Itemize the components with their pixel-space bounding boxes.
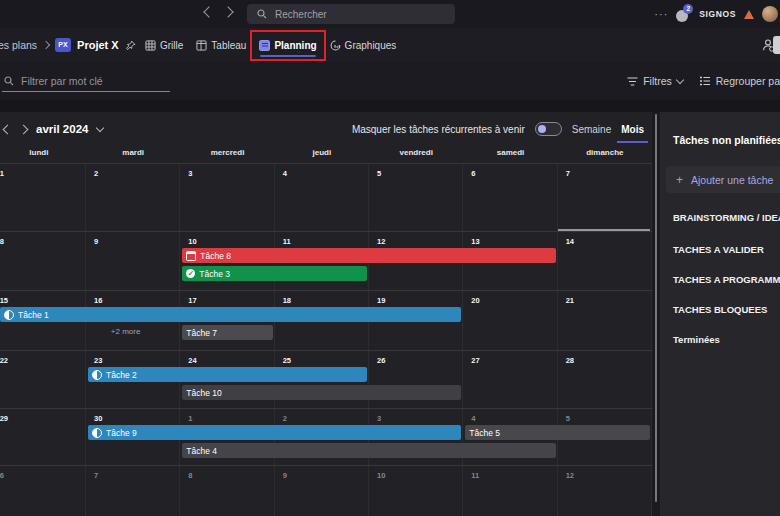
day-cell[interactable]: 7 bbox=[86, 466, 180, 516]
cut-off-button[interactable] bbox=[773, 36, 780, 54]
view-week-button[interactable]: Semaine bbox=[572, 124, 611, 135]
task-bar[interactable]: Tâche 10 bbox=[182, 385, 461, 400]
day-cell[interactable]: 6 bbox=[463, 164, 557, 231]
chart-icon bbox=[330, 40, 341, 51]
project-title: Projet X bbox=[77, 39, 119, 51]
group-by-button[interactable]: Regrouper pa bbox=[699, 75, 780, 87]
day-number: 8 bbox=[188, 471, 192, 480]
day-cell[interactable]: 9 bbox=[86, 232, 180, 290]
org-name: SIGNOS bbox=[699, 9, 736, 19]
weekday-header: jeudi bbox=[275, 148, 369, 157]
next-month-button[interactable] bbox=[19, 124, 29, 134]
month-dropdown-icon[interactable] bbox=[96, 124, 104, 132]
weekday-header: vendredi bbox=[369, 148, 463, 157]
day-cell[interactable]: 6 bbox=[0, 466, 86, 516]
day-number: 3 bbox=[188, 169, 192, 178]
day-cell[interactable]: 28 bbox=[558, 351, 652, 408]
day-number: 15 bbox=[0, 296, 8, 305]
day-cell[interactable]: 8 bbox=[180, 466, 274, 516]
day-number: 4 bbox=[471, 414, 475, 423]
calendar-panel: avril 2024 Masquer les tâches récurrente… bbox=[0, 100, 652, 516]
day-number: 30 bbox=[94, 414, 102, 423]
tab-grille[interactable]: Grille bbox=[145, 40, 183, 51]
title-bar: ··· 2 SIGNOS bbox=[0, 0, 780, 28]
keyword-filter-input[interactable] bbox=[19, 74, 163, 88]
day-cell[interactable]: 2 bbox=[86, 164, 180, 231]
vertical-scrollbar[interactable] bbox=[655, 114, 657, 502]
task-bar[interactable]: Tâche 2 bbox=[88, 367, 367, 382]
warning-icon[interactable] bbox=[744, 10, 754, 19]
day-number: 12 bbox=[377, 237, 385, 246]
day-number: 10 bbox=[377, 471, 385, 480]
more-options-button[interactable]: ··· bbox=[654, 0, 668, 28]
pin-icon[interactable] bbox=[125, 40, 136, 51]
keyword-filter[interactable] bbox=[2, 71, 170, 92]
day-cell[interactable]: 11 bbox=[463, 466, 557, 516]
task-bar[interactable]: Tâche 8 bbox=[182, 248, 555, 263]
user-avatar[interactable] bbox=[762, 6, 778, 22]
day-number: 10 bbox=[188, 237, 196, 246]
day-number: 27 bbox=[471, 356, 479, 365]
bucket-header[interactable]: TACHES BLOQUEES bbox=[673, 304, 767, 315]
weekday-header: lundi bbox=[0, 148, 86, 157]
notifications-icon[interactable]: 2 bbox=[676, 7, 691, 22]
nav-back-icon[interactable] bbox=[203, 6, 214, 17]
day-cell[interactable]: 9 bbox=[275, 466, 369, 516]
filters-button[interactable]: Filtres bbox=[627, 75, 683, 87]
day-cell[interactable]: 20 bbox=[463, 291, 557, 350]
day-cell[interactable]: 22 bbox=[0, 351, 86, 408]
day-number: 28 bbox=[566, 356, 574, 365]
task-label: Tâche 4 bbox=[186, 446, 217, 456]
view-month-button[interactable]: Mois bbox=[621, 124, 644, 135]
previous-month-button[interactable] bbox=[3, 124, 13, 134]
day-cell[interactable]: 10 bbox=[369, 466, 463, 516]
day-cell[interactable]: 8 bbox=[0, 232, 86, 290]
day-number: 26 bbox=[377, 356, 385, 365]
breadcrumb-plans-link[interactable]: es plans bbox=[0, 39, 37, 51]
tab-planning[interactable]: Planning bbox=[259, 40, 316, 51]
task-bar[interactable]: Tâche 9 bbox=[88, 425, 461, 440]
day-cell[interactable]: 3 bbox=[180, 164, 274, 231]
more-tasks-link[interactable]: +2 more bbox=[92, 327, 140, 336]
planning-view: avril 2024 Masquer les tâches récurrente… bbox=[0, 100, 780, 516]
task-bar[interactable]: Tâche 5 bbox=[465, 425, 650, 440]
month-label[interactable]: avril 2024 bbox=[36, 123, 88, 135]
bucket-header[interactable]: BRAINSTORMING / IDEATI bbox=[673, 212, 780, 223]
day-cell[interactable]: 12 bbox=[558, 466, 652, 516]
global-search[interactable] bbox=[247, 4, 455, 24]
tab-graphiques[interactable]: Graphiques bbox=[330, 40, 397, 51]
day-cell[interactable]: 14 bbox=[558, 232, 652, 290]
hide-recurring-toggle[interactable] bbox=[535, 122, 562, 136]
tab-label: Graphiques bbox=[345, 40, 397, 51]
planner-glyph bbox=[259, 40, 270, 51]
day-number: 11 bbox=[471, 471, 479, 480]
plus-icon: + bbox=[676, 174, 683, 186]
task-label: Tâche 7 bbox=[186, 328, 217, 338]
day-cell[interactable]: 27 bbox=[463, 351, 557, 408]
task-bar[interactable]: ✓Tâche 3 bbox=[182, 266, 367, 281]
nav-forward-icon[interactable] bbox=[222, 6, 233, 17]
completed-icon: ✓ bbox=[186, 269, 195, 278]
day-cell[interactable]: 7 bbox=[558, 164, 652, 231]
task-bar[interactable]: Tâche 4 bbox=[182, 443, 555, 458]
day-cell[interactable]: 21 bbox=[558, 291, 652, 350]
day-cell[interactable]: 1 bbox=[0, 164, 86, 231]
bucket-header[interactable]: TACHES A PROGRAMMER bbox=[673, 274, 780, 285]
day-number: 7 bbox=[566, 169, 570, 178]
tab-tableau[interactable]: Tableau bbox=[196, 40, 246, 51]
day-number: 25 bbox=[283, 356, 291, 365]
day-cell[interactable]: 29 bbox=[0, 409, 86, 465]
completed-icon-glyph: ✓ bbox=[186, 269, 195, 278]
bucket-header[interactable]: Terminées bbox=[673, 334, 720, 345]
day-number: 7 bbox=[94, 471, 98, 480]
day-cell[interactable]: 5 bbox=[369, 164, 463, 231]
add-task-button[interactable]: + Ajouter une tâche bbox=[666, 166, 780, 193]
day-number: 14 bbox=[566, 237, 574, 246]
day-cell[interactable]: 4 bbox=[275, 164, 369, 231]
in-progress-icon-glyph bbox=[92, 428, 102, 438]
filter-icon bbox=[627, 77, 638, 86]
task-bar[interactable]: Tâche 1 bbox=[0, 307, 461, 322]
task-bar[interactable]: Tâche 7 bbox=[182, 325, 272, 340]
bucket-header[interactable]: TACHES A VALIDER bbox=[673, 244, 764, 255]
search-input[interactable] bbox=[273, 8, 447, 21]
